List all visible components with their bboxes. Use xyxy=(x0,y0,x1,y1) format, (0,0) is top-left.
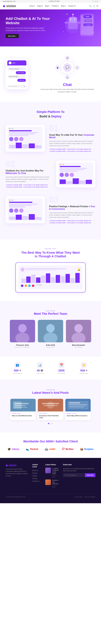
footer-news-item-1[interactable]: AI Artificial Intelligence & New World J… xyxy=(45,468,59,478)
dashboard-screen: 🔔 xyxy=(18,266,83,290)
subscribe-button[interactable]: Subscribe xyxy=(85,473,95,477)
footer-terms-link[interactable]: Terms & Conditions xyxy=(85,496,95,498)
platform-title-3: Positive Feelings + Reduced Friction = F… xyxy=(49,205,95,210)
footer-link-services[interactable]: Services xyxy=(32,472,41,474)
team-role-1: MANAGING MEMBER xyxy=(10,346,35,348)
blog-dot-2[interactable] xyxy=(50,423,51,424)
blog-card-3[interactable]: Business 15 June Seven Ways With E-Comme… xyxy=(65,399,91,420)
platform-content-2: 02 Chatbots Are Just Another Way For Mil… xyxy=(5,160,52,188)
nav-pages[interactable]: Pages ▾ xyxy=(37,5,43,7)
nav-shop[interactable]: Shop ▾ xyxy=(61,5,66,7)
footer-news-text-2: Develop AI With Blockchain June 15, 2023 xyxy=(52,480,59,488)
platform-link-3a[interactable]: › Contrary to popular belief - Lorem ips… xyxy=(49,220,95,222)
footer-link-contact[interactable]: Contact Us xyxy=(32,480,41,482)
instagram-icon[interactable]: in xyxy=(95,0,97,2)
team-photo-1 xyxy=(10,320,35,342)
client-dropbox: 📦 Dropbox xyxy=(80,448,94,451)
footer-link-aitools[interactable]: AI Tools xyxy=(32,478,41,479)
svg-point-39 xyxy=(18,324,27,332)
footer-privacy-link[interactable]: Privacy Policy xyxy=(75,496,83,498)
blog-grid: AI Chat 20 June Add Live Chat Websites D… xyxy=(5,399,95,420)
platform-desc-3: Lorem ipsum dolor sit amet consectetur a… xyxy=(49,212,95,218)
nav-home[interactable]: Home ▾ xyxy=(30,5,35,7)
nav-blog[interactable]: Blog ▾ xyxy=(45,5,49,7)
platform-item-2: 02 Chatbots Are Just Another Way For Mil… xyxy=(5,160,95,188)
platform-content-1: 01 Great Way To Little Fun To Your Corpo… xyxy=(49,124,95,152)
platform-link-1b[interactable]: › Contrary to popular belief - Lorem ips… xyxy=(49,150,95,152)
search-icon[interactable]: 🔍 xyxy=(89,5,92,7)
avatar-row: +12 more xyxy=(21,284,80,287)
team-label: OUR TEAM xyxy=(46,310,55,312)
team-avatar-4 xyxy=(32,284,35,287)
platform-desc-1: Lorem ipsum dolor sit amet consectetur a… xyxy=(49,140,95,147)
footer-news-item-2[interactable]: Develop AI With Blockchain June 15, 2023 xyxy=(45,480,59,488)
client-reebok: 👟 Reebok xyxy=(26,448,38,451)
navbar: ◆ vizion Home ▾ Pages ▾ Blog ▾ Portfolio… xyxy=(0,3,101,10)
chart-bar-3 xyxy=(36,278,40,283)
footer-news-img-2 xyxy=(45,480,51,485)
twitter-icon[interactable]: t xyxy=(94,0,94,2)
svg-text:✦: ✦ xyxy=(66,13,68,16)
blog-meta-1: AI Chat 20 June xyxy=(12,413,34,414)
svg-point-45 xyxy=(74,324,83,332)
team-photo-placeholder-2 xyxy=(38,320,63,342)
footer-link-chatbot[interactable]: Chatbot xyxy=(32,475,41,477)
svg-rect-51 xyxy=(14,407,27,408)
chart-bar-11 xyxy=(75,273,80,283)
chat-input-bar[interactable]: Type a message... ➤ xyxy=(7,85,26,88)
team-card-2: Erika Petit DESIGNER xyxy=(38,320,63,348)
blog-heading: Latest News's And Posts xyxy=(5,391,95,394)
platform-number-3: 03 xyxy=(49,196,95,204)
hero-cta-button[interactable]: Start Now › xyxy=(5,34,19,38)
blog-post-title-3: Seven Ways With E-Commerce xyxy=(67,415,89,417)
nav-links: Home ▾ Pages ▾ Blog ▾ Portfolio ▾ Shop ▾… xyxy=(30,5,76,7)
blog-section: OUR BLOG Latest News's And Posts AI C xyxy=(0,380,101,432)
subscribe-email-input[interactable] xyxy=(63,473,84,477)
platform-link-1a[interactable]: › Contrary to popular belief - Lorem ips… xyxy=(49,148,95,150)
svg-text:🤖: 🤖 xyxy=(67,57,68,59)
menu-icon[interactable]: ☰ xyxy=(97,5,98,7)
cart-icon[interactable]: 🛒 xyxy=(93,5,95,7)
footer-logo[interactable]: ◆ vizion xyxy=(5,464,28,467)
blog-content-1: AI Chat 20 June Add Live Chat Websites D… xyxy=(10,412,36,418)
svg-rect-60 xyxy=(69,406,84,407)
chat-right: 💬 🤖 💡 ⚙️ 📱 Chat Lorem ipsum dolor sit be… xyxy=(39,55,95,93)
nav-contact[interactable]: Contact Us xyxy=(68,5,76,7)
navbar-logo[interactable]: ◆ vizion xyxy=(3,4,16,8)
platform-number-1: 01 xyxy=(49,124,95,132)
blog-dot-1[interactable] xyxy=(48,423,49,424)
blog-image-2 xyxy=(38,399,63,412)
send-icon[interactable]: ➤ xyxy=(24,86,25,87)
blog-card-2[interactable]: Tech 18 June Ecommerce Trend That Went C… xyxy=(38,399,63,420)
blog-image-3 xyxy=(65,399,91,412)
facebook-icon[interactable]: f xyxy=(92,0,93,2)
reebok-icon: 👟 xyxy=(26,448,29,451)
chat-avatar xyxy=(9,62,11,64)
platform-link-2a[interactable]: › Contrary to popular belief - Lorem ips… xyxy=(5,184,52,186)
team-avatar-2 xyxy=(24,284,27,287)
platform-link-2b[interactable]: › Contrary to popular belief - Lorem ips… xyxy=(5,186,52,188)
svg-text:💡: 💡 xyxy=(76,67,78,69)
chart-bar-4 xyxy=(41,276,45,283)
blog-card-1[interactable]: AI Chat 20 June Add Live Chat Websites D… xyxy=(10,399,36,420)
linkedin-icon[interactable]: li xyxy=(98,0,98,2)
svg-point-8 xyxy=(75,19,76,20)
blog-dot-3[interactable] xyxy=(52,423,53,424)
footer-bottom-links: Privacy Policy Terms & Conditions xyxy=(75,496,95,498)
notification-icon: 🔔 xyxy=(77,268,80,271)
stat-number-clients: 500 + xyxy=(79,369,89,372)
topbar-phone: +1 (800) 123-4567 xyxy=(48,0,60,2)
platform-link-3b[interactable]: › Contrary to popular belief - Lorem ips… xyxy=(49,222,95,224)
platform-number-2: 02 xyxy=(5,160,52,168)
chat-bubble-3: Sure, let me help xyxy=(8,75,26,78)
footer-subscribe-title: Subscribe xyxy=(63,464,95,466)
platform-screen-1 xyxy=(8,127,43,150)
stat-number-employees: 500 + xyxy=(13,369,22,372)
platform-mockup-2 xyxy=(56,160,95,188)
stats-section: 👥 500 + Team Employees 📊 40 M Project Do… xyxy=(0,356,101,380)
chat-mockup: Chat How can I help you? I need support … xyxy=(5,59,34,89)
footer-subscribe-description: Subscribe to our newsletter and stay upd… xyxy=(63,468,95,472)
chat-phone: Chat How can I help you? I need support … xyxy=(5,59,28,89)
nav-portfolio[interactable]: Portfolio ▾ xyxy=(52,5,59,7)
footer-link-about[interactable]: About Us xyxy=(32,470,41,471)
